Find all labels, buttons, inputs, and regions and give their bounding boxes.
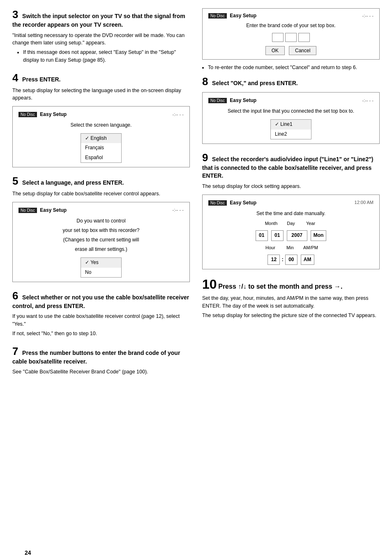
day-field[interactable]: 01	[271, 230, 284, 241]
step-9-body1: The setup display for clock setting appe…	[202, 183, 380, 190]
screen-5-badge: No Disc	[18, 208, 37, 213]
min-label: Min	[284, 244, 297, 252]
screen-7-badge: No Disc	[208, 13, 227, 19]
step-7-number: 7	[12, 345, 18, 357]
screen-9-badge: No Disc	[208, 200, 227, 206]
step-6-title: Select whether or not you use the cable …	[12, 294, 189, 309]
screen-9-prompt: Set the time and date manually.	[208, 210, 374, 218]
step-9-number: 9	[202, 151, 208, 164]
clock-grid: Month Day Year 01 0	[208, 220, 374, 265]
step-8-title: Select "OK," and press ENTER.	[212, 80, 298, 86]
menu-item-english[interactable]: English	[81, 134, 121, 143]
step-5-number: 5	[12, 175, 18, 187]
year-field[interactable]: 2007	[287, 230, 307, 241]
step-3-number: 3	[12, 8, 18, 21]
hour-label: Hour	[264, 244, 277, 252]
brand-code-box-2[interactable]	[285, 33, 297, 42]
screen-4-title: Easy Setup	[40, 111, 67, 117]
step-10-body2: The setup display for selecting the pict…	[202, 312, 380, 320]
screen-4-prompt: Select the screen language.	[18, 121, 184, 129]
menu-item-espanol[interactable]: Español	[81, 153, 121, 162]
screen-5-menu: Yes No	[81, 257, 122, 277]
clock-row1-values: 01 01 2007 Mon	[256, 230, 327, 241]
step-7-bullet-text: To re-enter the code number, select "Can…	[208, 65, 380, 70]
screen-7: No Disc Easy Setup -:-- - - Enter the br…	[202, 8, 380, 60]
step-6: 6 Select whether or not you use the cabl…	[12, 290, 190, 338]
menu-item-line2[interactable]: Line2	[271, 130, 311, 139]
step-9: 9 Select the recorder's audio/video inpu…	[202, 151, 380, 270]
menu-item-francais[interactable]: Français	[81, 143, 121, 153]
month-field[interactable]: 01	[256, 230, 268, 241]
screen-8: No Disc Easy Setup -:-- - - Select the i…	[202, 92, 380, 144]
ampm-field[interactable]: AM	[301, 255, 314, 265]
menu-item-no[interactable]: No	[81, 268, 121, 277]
screen-8-menu: Line1 Line2	[270, 119, 311, 139]
step-6-number: 6	[12, 290, 18, 302]
menu-item-yes[interactable]: Yes	[81, 258, 121, 267]
menu-item-line1[interactable]: Line1	[271, 120, 311, 129]
screen-7-time: -:-- - -	[362, 13, 374, 18]
screen-8-badge: No Disc	[208, 98, 227, 103]
screen-5-prompt3: (Changes to the current setting will	[18, 236, 184, 244]
step-4-body1: The setup display for selecting the lang…	[12, 87, 190, 102]
screen-8-title: Easy Setup	[230, 97, 256, 103]
year-label: Year	[304, 220, 317, 227]
step-10-title: Press ↑/↓ to set the month and press →.	[218, 283, 342, 290]
step-3-bullet1: If this message does not appear, select …	[23, 49, 190, 64]
clock-row1-labels: Month Day Year	[265, 220, 317, 227]
page-number: 24	[25, 549, 31, 556]
step-7-body1: See "Cable Box/Satellite Receiver Brand …	[12, 368, 190, 376]
ok-button[interactable]: OK	[265, 46, 285, 55]
screen-7-title: Easy Setup	[230, 13, 256, 19]
screen-7-input-boxes	[208, 33, 374, 42]
step-3-body1: "Initial setting necessary to operate th…	[12, 32, 190, 47]
screen-9: No Disc Easy Setup 12:00 AM Set the time…	[202, 195, 380, 270]
screen-9-title: Easy Setup	[230, 200, 256, 206]
dayofweek-field: Mon	[311, 230, 327, 241]
step-4-title: Press ENTER.	[22, 76, 60, 83]
step-6-body2: If not, select "No," then go to step 10.	[12, 330, 190, 338]
step-5: 5 Select a language, and press ENTER. Th…	[12, 175, 190, 282]
step-3: 3 Switch the input selector on your TV s…	[12, 8, 190, 64]
step-8-number: 8	[202, 75, 208, 88]
screen-8-prompt: Select the input line that you connected…	[208, 107, 374, 115]
step-10-body1: Set the day, year, hour, minutes, and AM…	[202, 294, 380, 310]
step-5-title: Select a language, and press ENTER.	[22, 179, 124, 186]
screen-5-title: Easy Setup	[40, 207, 67, 213]
screen-8-time: -:-- - -	[362, 97, 374, 104]
hour-field[interactable]: 12	[267, 255, 280, 265]
step-4-number: 4	[12, 72, 18, 84]
month-label: Month	[265, 220, 278, 227]
step-8: 8 Select "OK," and press ENTER. No Disc …	[202, 75, 380, 144]
screen-4-badge: No Disc	[18, 112, 37, 117]
step-7-title: Press the number buttons to enter the br…	[12, 350, 180, 365]
screen-4-menu: English Français Español	[81, 133, 122, 163]
step-10: 10 Press ↑/↓ to set the month and press …	[202, 277, 380, 319]
ampm-label: AM/PM	[303, 244, 318, 252]
screen-4: No Disc Easy Setup -:-- - - Select the s…	[12, 106, 190, 167]
clock-row2-values: 12 : 00 AM	[267, 255, 314, 265]
step-7-bullet: To re-enter the code number, select "Can…	[202, 65, 380, 70]
brand-code-box-1[interactable]	[272, 33, 284, 42]
screen-7-prompt: Enter the brand code of your set top box…	[208, 22, 374, 30]
step-3-title: Switch the input selector on your TV so …	[12, 13, 185, 28]
screen-5-prompt2: your set top box with this recorder?	[18, 227, 184, 234]
screen-5-prompt1: Do you want to control	[18, 217, 184, 225]
step-5-body1: The setup display for cable box/satellit…	[12, 190, 190, 198]
step-10-number: 10	[202, 277, 217, 292]
screen-5: No Disc Easy Setup -:-- - - Do you want …	[12, 202, 190, 282]
cancel-button[interactable]: Cancel	[289, 46, 316, 55]
screen-4-time: -:-- - -	[173, 111, 184, 118]
day-label: Day	[284, 220, 297, 227]
screen-5-time: -:-- - -	[173, 206, 184, 213]
step-7: 7 Press the number buttons to enter the …	[12, 345, 190, 376]
step-9-title: Select the recorder's audio/video input …	[202, 156, 374, 179]
step-4: 4 Press ENTER. The setup display for sel…	[12, 72, 190, 167]
screen-5-prompt4: erase all timer settings.)	[18, 246, 184, 253]
step-6-body1: If you want to use the cable box/satelli…	[12, 313, 190, 328]
clock-row2-labels: Hour Min AM/PM	[264, 244, 318, 252]
brand-code-box-3[interactable]	[298, 33, 310, 42]
screen-9-time: 12:00 AM	[355, 199, 374, 206]
min-field[interactable]: 00	[285, 255, 297, 265]
